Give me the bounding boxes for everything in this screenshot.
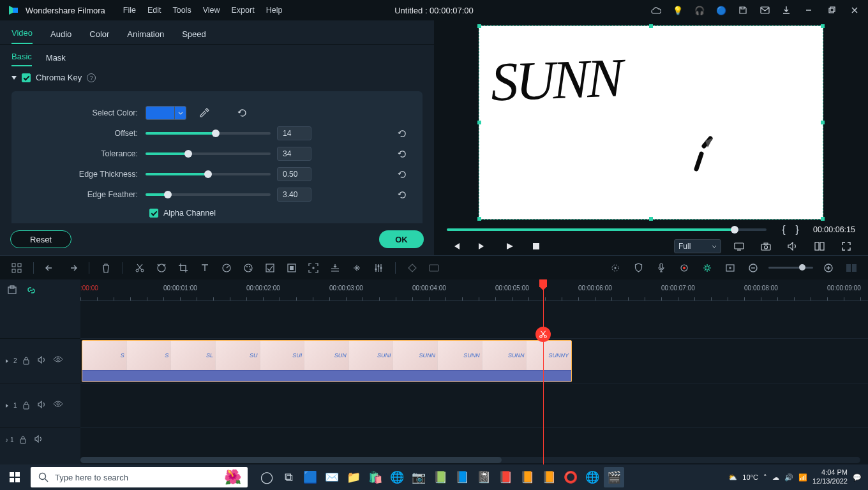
- tab-speed[interactable]: Speed: [182, 29, 206, 44]
- track-mute-icon[interactable]: [38, 401, 48, 411]
- eyedropper-icon[interactable]: [199, 108, 209, 118]
- undo-icon[interactable]: [43, 260, 58, 276]
- split-icon[interactable]: [132, 260, 147, 276]
- tray-overflow-icon[interactable]: ˄: [763, 473, 767, 482]
- reset-tolerance-icon[interactable]: [398, 149, 407, 159]
- section-chroma-key[interactable]: Chroma Key ?: [11, 73, 423, 82]
- maximize-button[interactable]: [823, 2, 840, 19]
- tray-onedrive-icon[interactable]: ☁: [772, 473, 779, 482]
- instagram-icon[interactable]: 📷: [408, 467, 429, 487]
- notifications-icon[interactable]: 💬: [853, 473, 862, 482]
- mail-app-icon[interactable]: ✉️: [322, 467, 342, 487]
- resize-handle[interactable]: [477, 217, 481, 221]
- weather-temp[interactable]: 10°C: [742, 473, 758, 481]
- delete-icon[interactable]: [98, 260, 114, 276]
- mark-out-button[interactable]: }: [793, 224, 802, 235]
- playhead[interactable]: [543, 279, 544, 464]
- ok-button[interactable]: OK: [379, 230, 424, 248]
- marker-icon[interactable]: [608, 260, 623, 276]
- speed-icon[interactable]: [219, 260, 234, 276]
- display-icon[interactable]: [730, 237, 748, 255]
- track-visible-icon[interactable]: [53, 356, 63, 366]
- zoom-out-icon[interactable]: [745, 260, 761, 276]
- track-mute-icon[interactable]: [38, 356, 48, 366]
- redo-icon[interactable]: [64, 260, 80, 276]
- resize-handle[interactable]: [477, 121, 481, 124]
- excel-icon[interactable]: 📗: [430, 467, 451, 487]
- tab-video[interactable]: Video: [11, 28, 33, 44]
- reset-button[interactable]: Reset: [10, 230, 71, 248]
- close-button[interactable]: [846, 2, 863, 19]
- alpha-channel-checkbox[interactable]: [149, 209, 158, 218]
- video-track-2[interactable]: My Video-13 SSSLSUSUISUNSUNISUNNSUNNSUNN…: [80, 338, 868, 383]
- track-lock-icon[interactable]: [22, 356, 33, 366]
- palette-icon[interactable]: [241, 260, 256, 276]
- voiceover-icon[interactable]: [654, 260, 669, 276]
- greenscreen-icon[interactable]: [284, 260, 299, 276]
- render-icon[interactable]: [426, 260, 442, 276]
- timeline-scrollbar[interactable]: [80, 457, 860, 463]
- edge-feather-value[interactable]: 3.40: [277, 188, 311, 202]
- taskbar-search[interactable]: Type here to search 🌺: [31, 467, 248, 487]
- collapse-icon[interactable]: [11, 76, 17, 80]
- chroma-key-checkbox[interactable]: [22, 73, 31, 82]
- tolerance-slider[interactable]: [146, 152, 271, 155]
- help-icon[interactable]: ?: [87, 73, 96, 82]
- playback-slider[interactable]: [447, 228, 767, 231]
- resize-handle[interactable]: [821, 217, 825, 221]
- opera-icon[interactable]: ⭕: [560, 467, 581, 487]
- fit-icon[interactable]: [844, 260, 859, 276]
- shield-icon[interactable]: [631, 260, 646, 276]
- compare-icon[interactable]: [811, 237, 828, 255]
- resize-handle[interactable]: [477, 24, 481, 28]
- tab-audio[interactable]: Audio: [50, 29, 71, 44]
- menu-export[interactable]: Export: [232, 6, 255, 15]
- offset-value[interactable]: 14: [277, 126, 311, 140]
- edge-thickness-slider[interactable]: [146, 173, 271, 175]
- resize-handle[interactable]: [821, 121, 825, 124]
- record-icon[interactable]: [677, 260, 692, 276]
- start-button[interactable]: [0, 464, 29, 490]
- video-preview[interactable]: SUNN: [479, 26, 823, 219]
- resize-handle[interactable]: [821, 24, 825, 28]
- pdf-icon[interactable]: 📕: [495, 467, 516, 487]
- taskbar-app-icon[interactable]: 🟦: [300, 467, 320, 487]
- lightbulb-icon[interactable]: 💡: [670, 3, 685, 18]
- word-icon[interactable]: 📘: [452, 467, 472, 487]
- save-icon[interactable]: [735, 3, 751, 18]
- adjust-icon[interactable]: [349, 260, 364, 276]
- time-ruler[interactable]: :00:0000:00:01:0000:00:02:0000:00:03:000…: [80, 279, 868, 301]
- tab-color[interactable]: Color: [89, 29, 109, 44]
- video-clip[interactable]: My Video-13 SSSLSUSUISUNSUNISUNNSUNNSUNN…: [82, 340, 572, 382]
- ppt-icon[interactable]: 📙: [539, 467, 559, 487]
- focus-icon[interactable]: [306, 260, 321, 276]
- color-dropdown-icon[interactable]: [174, 106, 186, 120]
- zoom-slider[interactable]: [768, 267, 813, 269]
- minimize-button[interactable]: [800, 2, 817, 19]
- download-icon[interactable]: [779, 3, 794, 18]
- stop-button[interactable]: [527, 237, 545, 255]
- reset-edge-thickness-icon[interactable]: [398, 170, 407, 179]
- snapshot-icon[interactable]: [757, 237, 775, 255]
- reset-offset-icon[interactable]: [398, 129, 407, 138]
- reset-color-icon[interactable]: [237, 108, 248, 118]
- resize-handle[interactable]: [649, 24, 653, 28]
- tray-volume-icon[interactable]: 🔊: [784, 473, 793, 482]
- track-lock-icon[interactable]: [19, 435, 29, 445]
- track-lock-icon[interactable]: [22, 401, 33, 411]
- step-back-button[interactable]: [447, 237, 465, 255]
- manage-tracks-icon[interactable]: [6, 285, 18, 296]
- detach-icon[interactable]: [327, 260, 343, 276]
- crop-icon[interactable]: [176, 260, 191, 276]
- text-icon[interactable]: [197, 260, 213, 276]
- magnet-icon[interactable]: [700, 260, 715, 276]
- volume-icon[interactable]: [784, 237, 802, 255]
- offset-slider[interactable]: [146, 132, 271, 135]
- task-view-icon[interactable]: ⧉: [278, 467, 299, 487]
- subtab-mask[interactable]: Mask: [46, 53, 66, 66]
- taskbar-clock[interactable]: 4:04 PM 12/13/2022: [812, 468, 848, 486]
- menu-help[interactable]: Help: [266, 6, 283, 15]
- chrome-icon[interactable]: 🌐: [582, 467, 602, 487]
- audio-track-1[interactable]: [80, 427, 868, 452]
- step-forward-button[interactable]: [474, 237, 491, 255]
